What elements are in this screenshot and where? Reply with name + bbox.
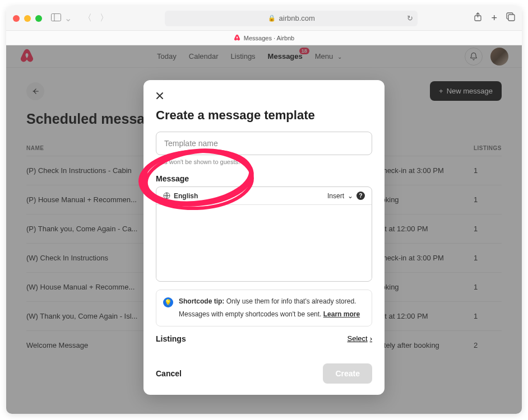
template-name-helper: This won't be shown to guests. <box>156 158 372 165</box>
new-tab-icon[interactable]: + <box>491 12 497 24</box>
tabs-overview-icon[interactable] <box>506 12 515 24</box>
language-selector[interactable]: English <box>163 192 198 200</box>
share-icon[interactable] <box>474 12 482 24</box>
select-listings-button[interactable]: Select › <box>348 334 372 343</box>
sidebar-toggle-icon[interactable] <box>51 13 61 24</box>
dropdown-caret-icon[interactable]: ⌄ <box>64 13 72 24</box>
learn-more-link[interactable]: Learn more <box>323 310 360 319</box>
create-button[interactable]: Create <box>323 363 372 384</box>
tab-title[interactable]: Messages · Airbnb <box>244 35 295 41</box>
help-icon[interactable]: ? <box>356 192 365 200</box>
create-template-modal: Create a message template This won't be … <box>143 80 385 395</box>
shortcode-tip: 💡 Shortcode tip: Only use them for info … <box>156 290 372 326</box>
refresh-icon[interactable]: ↻ <box>407 14 413 22</box>
lock-icon: 🔒 <box>268 15 276 22</box>
modal-title: Create a message template <box>156 108 372 123</box>
listings-section-label: Listings <box>156 334 186 343</box>
toolbar-right: + <box>474 12 515 24</box>
tab-favicon <box>234 34 240 42</box>
close-window-button[interactable] <box>13 15 20 22</box>
message-editor: English Insert ⌄ ? <box>156 186 372 282</box>
page-content: Today Calendar Listings Messages 18 Menu… <box>6 45 522 414</box>
browser-toolbar: ⌄ 〈 〉 🔒 airbnb.com ↻ + <box>6 6 522 31</box>
close-modal-button[interactable] <box>156 91 164 102</box>
template-name-input[interactable] <box>156 132 372 155</box>
cancel-button[interactable]: Cancel <box>156 369 182 378</box>
browser-window: ⌄ 〈 〉 🔒 airbnb.com ↻ + Messages · Airbnb <box>6 6 522 414</box>
svg-rect-4 <box>508 15 515 21</box>
message-section-label: Message <box>156 174 372 183</box>
lightbulb-icon: 💡 <box>163 297 173 307</box>
chevron-right-icon: › <box>370 334 372 343</box>
url-text: airbnb.com <box>279 14 315 22</box>
traffic-lights <box>13 15 42 22</box>
close-icon <box>156 92 164 100</box>
insert-dropdown[interactable]: Insert ⌄ ? <box>327 192 365 200</box>
globe-icon <box>163 192 170 199</box>
nav-arrows: 〈 〉 <box>83 12 109 24</box>
message-textarea[interactable] <box>156 205 372 279</box>
address-bar[interactable]: 🔒 airbnb.com ↻ <box>165 11 418 26</box>
chevron-down-icon: ⌄ <box>348 192 353 200</box>
back-arrow-icon[interactable]: 〈 <box>83 12 92 24</box>
svg-rect-0 <box>52 13 61 21</box>
tab-strip: Messages · Airbnb <box>6 31 522 45</box>
fullscreen-window-button[interactable] <box>35 15 42 22</box>
minimize-window-button[interactable] <box>24 15 31 22</box>
forward-arrow-icon[interactable]: 〉 <box>100 12 109 24</box>
